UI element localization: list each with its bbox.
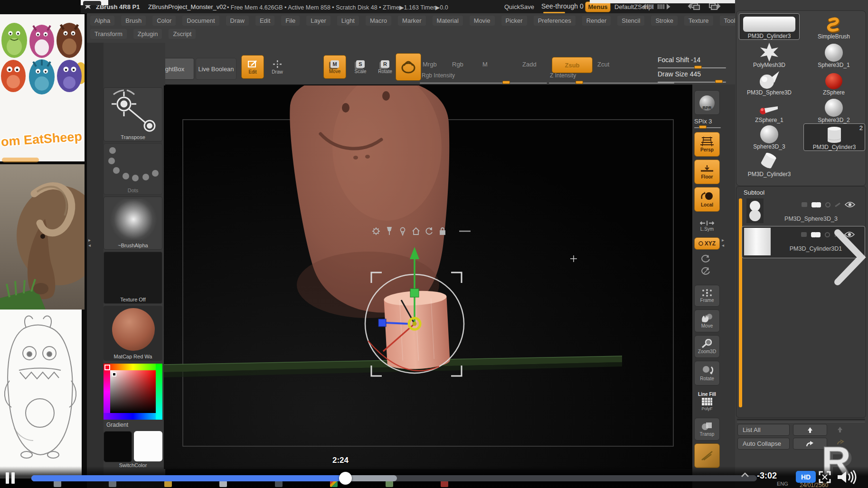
uv-icon[interactable] — [825, 202, 830, 207]
menu-texture[interactable]: Texture — [684, 16, 713, 26]
menu-preferences[interactable]: Preferences — [534, 16, 576, 26]
up-arrow-dim-icon[interactable] — [837, 426, 843, 433]
gizmo-blue-axis[interactable] — [386, 323, 408, 324]
tool-item-sphere3d-3[interactable]: Sphere3D_3 — [739, 123, 800, 150]
taskbar-language[interactable]: ENG — [777, 481, 788, 487]
menu-picker[interactable]: Picker — [501, 16, 527, 26]
z-rotate-icon[interactable] — [701, 267, 711, 276]
menu-zplugin[interactable]: Zplugin — [133, 29, 162, 39]
menu-light[interactable]: Light — [337, 16, 359, 26]
rgb-intensity-slider[interactable] — [420, 83, 547, 84]
subtool-header[interactable]: Subtool — [744, 189, 764, 196]
rotate-mode-button[interactable]: R Rotate — [374, 55, 396, 79]
brush-alpha-button[interactable]: ~BrushAlpha — [104, 197, 162, 250]
zcut-toggle[interactable]: Zcut — [597, 61, 609, 68]
tool-item-zsphere[interactable]: ZSphere — [803, 69, 864, 96]
edit-mode-button[interactable]: Edit — [241, 55, 264, 79]
draw-size-slider-nub[interactable] — [715, 80, 723, 83]
volume-icon[interactable] — [837, 470, 858, 484]
xpose-button[interactable] — [694, 443, 720, 468]
menu-transform[interactable]: Transform — [90, 29, 127, 39]
hue-band-bottom[interactable] — [104, 413, 162, 420]
video-next-chevron-icon[interactable] — [832, 229, 868, 286]
stroke-dots-button[interactable]: Dots — [104, 143, 162, 195]
hd-quality-badge[interactable]: HD — [796, 471, 816, 483]
rotate-canvas-button[interactable]: Rotate — [694, 361, 720, 385]
draw-mode-button[interactable]: Draw — [266, 55, 289, 79]
zsub-toggle-active[interactable]: Zsub — [552, 57, 593, 73]
lsym-button[interactable]: L.Sym — [694, 217, 720, 235]
auto-collapse-button[interactable]: Auto Collapse — [737, 438, 790, 450]
transpose-brush-button[interactable]: Transpose — [104, 87, 162, 141]
gizmo-blue-handle[interactable] — [378, 319, 386, 327]
z-intensity-slider-nub[interactable] — [576, 81, 583, 84]
focal-shift-slider-nub[interactable] — [694, 66, 702, 69]
pause-button[interactable] — [5, 472, 17, 484]
mrgb-toggle[interactable]: Mrgb — [423, 61, 437, 68]
tool-item-pm3d-sphere3d[interactable]: PM3D_Sphere3D — [739, 69, 800, 96]
list-all-button[interactable]: List All — [737, 424, 790, 436]
uv-icon[interactable] — [825, 232, 830, 237]
taskbar-app-icon[interactable] — [275, 481, 283, 487]
color-picker[interactable] — [104, 364, 162, 420]
fullscreen-icon[interactable] — [819, 471, 831, 483]
menu-color[interactable]: Color — [152, 16, 176, 26]
rgb-intensity-slider-label[interactable]: Rgb Intensity — [422, 72, 455, 79]
polypaint-icon[interactable] — [802, 202, 807, 207]
frame-button[interactable]: Frame — [694, 285, 720, 307]
gizmo-green-handle[interactable] — [410, 289, 419, 297]
taskbar-app-icon[interactable] — [330, 481, 338, 487]
tool-item-cylinder-tilt[interactable]: PM3D_Cylinder3 — [739, 151, 800, 178]
move-canvas-button[interactable]: Move — [694, 310, 720, 332]
menu-edit[interactable]: Edit — [255, 16, 274, 26]
draw-size-slider-label[interactable]: Draw Size 445 — [658, 70, 701, 78]
menu-layer[interactable]: Layer — [306, 16, 330, 26]
remesh-spheres-icon[interactable] — [811, 232, 821, 237]
remesh-spheres-icon[interactable] — [811, 202, 821, 207]
polypaint-icon[interactable] — [801, 232, 807, 237]
focal-shift-slider-label[interactable]: Focal Shift -14 — [658, 56, 700, 64]
main-color-swatch[interactable] — [104, 431, 132, 462]
z-intensity-slider[interactable] — [549, 83, 674, 84]
saturation-selector[interactable] — [112, 372, 116, 376]
secondary-color-swatch[interactable] — [134, 431, 162, 461]
spix-slider[interactable] — [694, 127, 721, 128]
zadd-toggle[interactable]: Zadd — [522, 61, 537, 68]
subtool-up-button[interactable] — [793, 424, 827, 436]
rgb-toggle[interactable]: Rgb — [452, 61, 463, 68]
floor-button[interactable]: Floor — [694, 160, 720, 184]
hue-band-left[interactable] — [104, 364, 110, 420]
xyz-button[interactable]: XYZ — [694, 237, 720, 250]
slash-icon[interactable] — [835, 202, 840, 206]
bpr-render-button[interactable]: BPR — [694, 90, 720, 115]
taskbar-app-icon[interactable] — [164, 481, 172, 487]
spix-slider-nub[interactable] — [699, 125, 707, 129]
quicksave-button[interactable]: QuickSave — [504, 3, 534, 10]
spix-slider-label[interactable]: SPix 3 — [694, 118, 712, 125]
taskbar-app-icon[interactable] — [54, 481, 61, 487]
menu-document[interactable]: Document — [182, 16, 219, 26]
taskbar-app-icon[interactable] — [109, 481, 116, 487]
menu-stroke[interactable]: Stroke — [651, 16, 678, 26]
video-scrubber-handle[interactable] — [339, 472, 352, 485]
tool-item-zsphere-1[interactable]: ZSphere_1 — [739, 97, 800, 123]
polyframe-button[interactable]: Line Fill PolyF — [694, 387, 720, 415]
menu-marker[interactable]: Marker — [398, 16, 425, 26]
menu-zscript[interactable]: Zscript — [169, 29, 196, 39]
tray-chevron-icon[interactable] — [741, 472, 749, 478]
taskbar-app-icon[interactable] — [219, 481, 227, 487]
m-toggle[interactable]: M — [482, 61, 488, 68]
stroke-current-brush-button[interactable] — [396, 53, 421, 81]
see-through-slider-label[interactable]: See-through 0 — [541, 2, 584, 10]
texture-off-button[interactable]: Texture Off — [104, 252, 162, 304]
tool-item-sphere3d-2[interactable]: Sphere3D_2 — [803, 97, 864, 123]
taskbar-app-icon[interactable] — [386, 481, 393, 487]
matcap-material-button[interactable]: MatCap Red Wa — [104, 306, 162, 361]
zoom3d-button[interactable]: Zoom3D — [694, 335, 720, 358]
taskbar-app-icon[interactable] — [441, 481, 448, 487]
tool-item-sphere3d-1[interactable]: Sphere3D_1 — [803, 42, 864, 68]
hue-band-right[interactable] — [156, 364, 162, 420]
subtool-row-sphere[interactable]: PM3D_Sphere3D_3 — [745, 197, 863, 225]
sculpted-monster-mesh[interactable] — [290, 85, 449, 318]
right-panel-divider-handle[interactable]: ▸◂ — [722, 237, 724, 248]
